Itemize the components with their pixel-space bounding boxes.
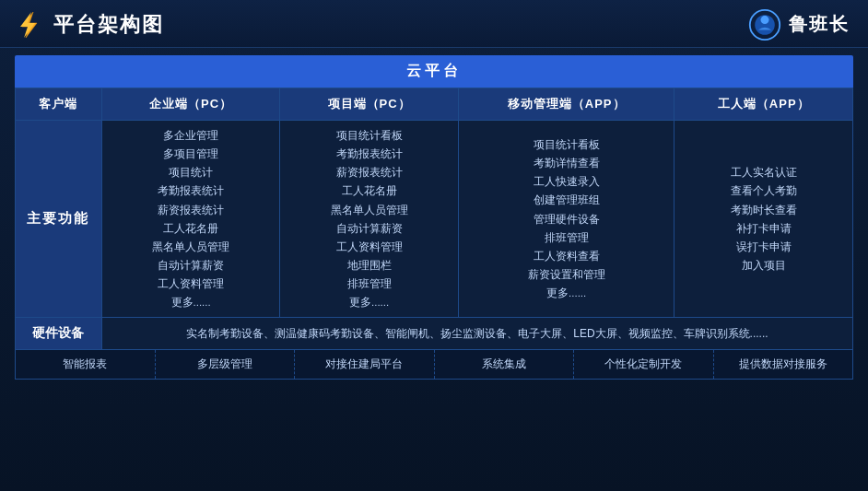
worker-features-cell: 工人实名认证 查看个人考勤 考勤时长查看 补打卡申请 误打卡申请 加入项目: [674, 121, 853, 318]
feature-data-service: 提供数据对接服务: [714, 350, 853, 379]
list-item: 误打卡申请: [678, 238, 849, 256]
list-item: 多项目管理: [106, 145, 276, 163]
list-item: 工人快速录入: [463, 172, 671, 191]
main-features-row: 主要功能 多企业管理 多项目管理 项目统计 考勤报表统计 薪资报表统计 工人花名…: [16, 121, 853, 318]
brand-icon: [748, 8, 781, 41]
list-item: 项目统计看板: [463, 135, 671, 154]
logo-icon: [15, 10, 44, 40]
list-item: 更多......: [463, 284, 671, 302]
hardware-row: 硬件设备 实名制考勤设备、测温健康码考勤设备、智能闸机、扬尘监测设备、电子大屏、…: [16, 318, 853, 350]
page-title: 平台架构图: [53, 11, 164, 39]
hardware-label: 硬件设备: [16, 318, 102, 350]
list-item: 项目统计看板: [284, 126, 454, 145]
hardware-content: 实名制考勤设备、测温健康码考勤设备、智能闸机、扬尘监测设备、电子大屏、LED大屏…: [101, 318, 852, 350]
list-item: 补打卡申请: [678, 219, 849, 238]
brand-name: 鲁班长: [789, 12, 850, 37]
column-header-row: 客户端 企业端（PC） 项目端（PC） 移动管理端（APP） 工人端（APP）: [16, 88, 853, 121]
col-worker-app: 工人端（APP）: [674, 88, 853, 121]
col-enterprise-pc: 企业端（PC）: [101, 88, 280, 121]
list-item: 考勤报表统计: [284, 145, 454, 163]
list-item: 考勤报表统计: [106, 181, 276, 200]
list-item: 黑名单人员管理: [284, 201, 454, 219]
list-item: 管理硬件设备: [463, 210, 671, 228]
header-left: 平台架构图: [15, 10, 164, 40]
mobile-features-cell: 项目统计看板 考勤详情查看 工人快速录入 创建管理班组 管理硬件设备 排班管理 …: [458, 121, 674, 318]
list-item: 工人资料管理: [106, 275, 276, 293]
list-item: 查看个人考勤: [678, 181, 849, 200]
project-features-cell: 项目统计看板 考勤报表统计 薪资报表统计 工人花名册 黑名单人员管理 自动计算薪…: [280, 121, 459, 318]
list-item: 更多......: [106, 293, 276, 311]
list-item: 自动计算薪资: [106, 256, 276, 275]
list-item: 工人资料管理: [284, 238, 454, 256]
list-item: 自动计算薪资: [284, 219, 454, 238]
feature-system-integration: 系统集成: [435, 350, 575, 379]
list-item: 项目统计: [106, 163, 276, 181]
list-item: 考勤时长查看: [678, 201, 849, 219]
enterprise-features-list: 多企业管理 多项目管理 项目统计 考勤报表统计 薪资报表统计 工人花名册 黑名单…: [106, 126, 276, 311]
enterprise-features-cell: 多企业管理 多项目管理 项目统计 考勤报表统计 薪资报表统计 工人花名册 黑名单…: [101, 121, 280, 318]
col-client: 客户端: [16, 88, 102, 121]
header: 平台架构图 鲁班长: [0, 0, 868, 48]
arch-table: 客户端 企业端（PC） 项目端（PC） 移动管理端（APP） 工人端（APP） …: [15, 88, 853, 350]
list-item: 地理围栏: [284, 256, 454, 275]
list-item: 更多......: [284, 293, 454, 311]
bottom-features-row: 智能报表 多层级管理 对接住建局平台 系统集成 个性化定制开发 提供数据对接服务: [15, 350, 853, 380]
list-item: 薪资设置和管理: [463, 265, 671, 284]
brand-logo: 鲁班长: [748, 8, 850, 41]
col-project-pc: 项目端（PC）: [280, 88, 459, 121]
list-item: 黑名单人员管理: [106, 238, 276, 256]
svg-point-4: [761, 16, 769, 24]
feature-housing-bureau: 对接住建局平台: [295, 350, 435, 379]
page-wrapper: 平台架构图 鲁班长 云平台: [0, 0, 868, 491]
col-mobile-app: 移动管理端（APP）: [458, 88, 674, 121]
list-item: 薪资报表统计: [284, 163, 454, 181]
list-item: 工人资料查看: [463, 247, 671, 265]
list-item: 排班管理: [463, 228, 671, 247]
feature-smart-report: 智能报表: [16, 350, 156, 379]
worker-features-list: 工人实名认证 查看个人考勤 考勤时长查看 补打卡申请 误打卡申请 加入项目: [678, 163, 849, 275]
feature-custom-dev: 个性化定制开发: [574, 350, 714, 379]
list-item: 薪资报表统计: [106, 201, 276, 219]
list-item: 工人花名册: [284, 181, 454, 200]
list-item: 工人实名认证: [678, 163, 849, 181]
main-features-label: 主要功能: [16, 121, 102, 318]
cloud-platform-bar: 云平台: [15, 55, 853, 88]
list-item: 考勤详情查看: [463, 154, 671, 172]
list-item: 创建管理班组: [463, 191, 671, 209]
feature-multi-level: 多层级管理: [156, 350, 296, 379]
project-features-list: 项目统计看板 考勤报表统计 薪资报表统计 工人花名册 黑名单人员管理 自动计算薪…: [284, 126, 454, 311]
list-item: 排班管理: [284, 275, 454, 293]
list-item: 多企业管理: [106, 126, 276, 145]
list-item: 加入项目: [678, 256, 849, 275]
list-item: 工人花名册: [106, 219, 276, 238]
mobile-features-list: 项目统计看板 考勤详情查看 工人快速录入 创建管理班组 管理硬件设备 排班管理 …: [463, 135, 671, 302]
main-content: 云平台 客户端 企业端（PC） 项目端（PC） 移动管理端（APP） 工人端（A…: [0, 48, 868, 387]
